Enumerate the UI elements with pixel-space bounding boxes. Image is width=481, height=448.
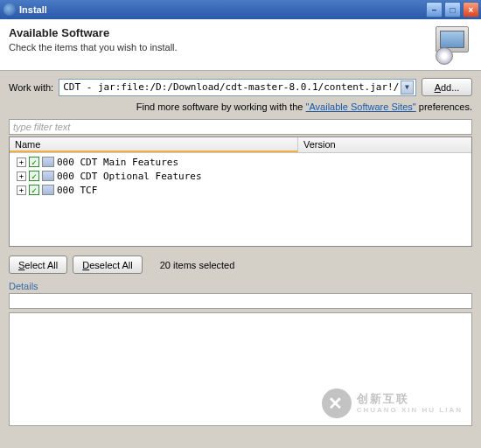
tree-row[interactable]: + ✓ 000 TCF [10,183,471,197]
hint-prefix: Find more software by working with the [136,102,306,112]
expand-icon[interactable]: + [17,172,26,181]
work-with-value: CDT - jar:file:/D:/Download/cdt-master-8… [63,81,401,93]
install-icon [430,26,472,65]
checkbox[interactable]: ✓ [29,157,39,167]
tree-label: 000 TCF [57,185,97,196]
work-with-row: Work with: CDT - jar:file:/D:/Download/c… [0,71,481,100]
maximize-button[interactable]: □ [444,2,461,18]
category-icon [42,171,54,181]
wizard-banner: Available Software Check the items that … [0,19,481,71]
watermark-text: 创新互联 [357,393,463,405]
window-title: Install [19,4,426,15]
hint-row: Find more software by working with the "… [0,100,481,117]
window-controls: – □ × [426,2,479,18]
details-box [9,293,472,309]
tree-label: 000 CDT Optional Features [57,171,202,182]
minimize-button[interactable]: – [426,2,443,18]
category-icon [42,185,54,195]
column-name[interactable]: Name [10,137,298,152]
watermark-sub: CHUANG XIN HU LIAN [357,406,463,414]
work-with-combo[interactable]: CDT - jar:file:/D:/Download/cdt-master-8… [59,79,416,96]
deselect-all-button[interactable]: Deselect All [73,256,142,274]
work-with-label: Work with: [9,82,53,93]
checkbox[interactable]: ✓ [29,171,39,181]
category-icon [42,157,54,167]
tree-row[interactable]: + ✓ 000 CDT Main Features [10,155,471,169]
column-version[interactable]: Version [298,137,471,152]
hint-suffix: preferences. [419,102,472,112]
watermark: ✕ 创新互联 CHUANG XIN HU LIAN [322,388,463,418]
description-area: ✕ 创新互联 CHUANG XIN HU LIAN [9,312,472,426]
select-all-button[interactable]: Select All [9,256,67,274]
filter-placeholder: type filter text [13,122,70,132]
available-sites-link[interactable]: "Available Software Sites" [306,102,416,112]
software-tree: Name Version + ✓ 000 CDT Main Features +… [9,136,472,247]
expand-icon[interactable]: + [17,186,26,195]
title-bar: Install – □ × [0,0,481,19]
tree-body[interactable]: + ✓ 000 CDT Main Features + ✓ 000 CDT Op… [10,153,471,246]
details-label: Details [9,281,472,291]
selection-status: 20 items selected [160,260,235,270]
filter-input[interactable]: type filter text [9,119,472,135]
banner-subtitle: Check the items that you wish to install… [9,42,430,52]
watermark-icon: ✕ [322,388,352,418]
close-button[interactable]: × [463,2,479,18]
selection-row: Select All Deselect All 20 items selecte… [0,252,481,281]
tree-header: Name Version [10,137,471,153]
chevron-down-icon[interactable]: ▼ [401,80,414,94]
add-button[interactable]: Add... [422,78,472,96]
banner-title: Available Software [9,26,430,39]
tree-row[interactable]: + ✓ 000 CDT Optional Features [10,169,471,183]
expand-icon[interactable]: + [17,158,26,167]
checkbox[interactable]: ✓ [29,185,39,195]
app-icon [3,4,16,16]
details-section: Details [9,281,472,309]
tree-label: 000 CDT Main Features [57,157,178,168]
